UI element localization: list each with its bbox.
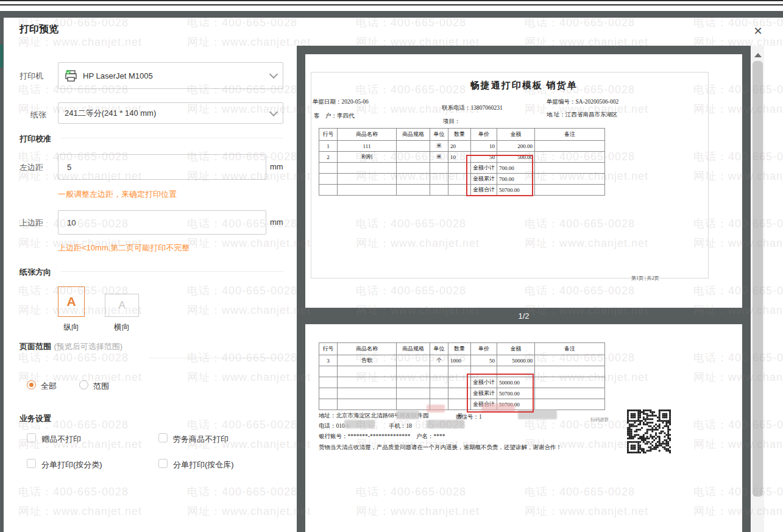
no-gift-checkbox[interactable] — [27, 433, 36, 442]
table-cell — [430, 388, 448, 399]
portrait-glyph: A — [66, 294, 76, 309]
scrollbar-up-arrow[interactable] — [754, 53, 762, 57]
table-cell — [319, 185, 338, 196]
table-row — [319, 366, 605, 377]
watermark-text: 网址：www.chanjet.net — [187, 370, 311, 385]
left-margin-hint: 一般调整左边距，来确定打印位置 — [58, 189, 177, 200]
table-col-header: 商品规格 — [397, 129, 430, 141]
table-cell — [397, 174, 430, 185]
top-margin-input[interactable] — [58, 210, 266, 235]
table-total-row: 金额小计50000.00 — [319, 377, 605, 388]
seller-address-line: 地址：北京市海淀区北清路68号用友软件园 号， — [319, 412, 469, 420]
table-col-header: 数量 — [448, 129, 471, 141]
watermark-text: 网址：www.chanjet.net — [187, 303, 311, 317]
print-preview-panel[interactable]: 畅捷通打印模板 销货单 单据日期：2020-05-06 客 户：李四代 联系电话… — [297, 46, 751, 532]
printer-icon — [65, 70, 78, 82]
window-top-border — [0, 0, 783, 1]
qr-code — [627, 410, 671, 453]
table-col-header: 单价 — [471, 343, 497, 355]
table-cell — [430, 366, 448, 377]
table-cell — [319, 399, 338, 410]
doc-address-field: 地 址：江西省南昌市东湖区 — [547, 111, 617, 119]
table-cell — [535, 174, 605, 185]
page1-footer: 第1页 | 共2页 — [631, 275, 659, 282]
table-cell — [535, 388, 605, 399]
top-margin-unit: mm — [270, 218, 283, 227]
page-range-section-title: 页面范围 — [19, 342, 51, 351]
table-cell — [319, 174, 338, 185]
doc-date-field: 单据日期：2020-05-06 — [313, 98, 369, 106]
scrollbar-thumb[interactable] — [753, 61, 763, 497]
table-cell — [535, 377, 605, 388]
table-cell: 50 — [471, 355, 497, 366]
split-by-warehouse-label: 分单打印(按仓库) — [173, 459, 234, 470]
background-accent-mark — [0, 44, 3, 68]
table-cell — [397, 366, 430, 377]
doc-table: 行号商品名称商品规格单位数量单价金额备注3告歌个10005050000.00金额… — [319, 342, 605, 410]
table-cell — [338, 377, 397, 388]
table-cell — [397, 141, 430, 152]
portrait-option[interactable]: A — [58, 286, 85, 317]
table-cell: 3 — [319, 355, 338, 366]
table-cell: 米 — [430, 152, 448, 163]
table-cell — [430, 163, 448, 174]
table-cell — [430, 377, 448, 388]
table-col-header: 行号 — [319, 129, 338, 141]
table-cell: 告歌 — [338, 355, 397, 366]
table-cell — [338, 366, 397, 377]
table-cell — [535, 355, 605, 366]
left-margin-input[interactable] — [58, 154, 266, 180]
table-total-row: 金额合计50700.00 — [319, 399, 605, 410]
dialog-title: 打印预览 — [19, 23, 58, 36]
table-col-header: 单位 — [430, 343, 448, 355]
table-cell — [338, 399, 397, 410]
table-cell — [535, 141, 605, 152]
table-col-header: 备注 — [535, 343, 605, 355]
close-icon[interactable]: ✕ — [751, 24, 765, 38]
bank-account-line: 银行账号：*******-************** 户名：**** — [319, 433, 445, 441]
doc-table: 行号商品名称商品规格单位数量单价金额备注1111米2010200.002刚刚米1… — [319, 128, 605, 196]
table-row: 1111米2010200.00 — [319, 141, 605, 152]
range-all-radio[interactable] — [27, 380, 36, 389]
paper-label: 纸张 — [30, 110, 46, 121]
no-service-label: 劳务商品不打印 — [173, 434, 229, 445]
split-by-warehouse-checkbox[interactable] — [158, 459, 168, 468]
table-cell: 个 — [430, 355, 448, 366]
table-cell: 2 — [319, 152, 338, 163]
section-divider — [149, 358, 283, 358]
table-cell: 50000.00 — [497, 355, 535, 366]
top-margin-hint: 上边距<10mm,第二页可能打印不完整 — [58, 243, 190, 254]
range-custom-radio[interactable] — [79, 380, 88, 389]
doc-customer-field: 客 户：李四代 — [314, 112, 355, 120]
table-col-header: 单位 — [430, 129, 448, 141]
printer-select[interactable]: HP LaserJet M1005 — [58, 62, 283, 89]
redaction-blur-pink — [427, 405, 445, 413]
page-indicator: 1/2 — [297, 308, 751, 324]
table-cell — [397, 399, 430, 410]
split-by-category-checkbox[interactable] — [27, 459, 36, 468]
no-service-checkbox[interactable] — [158, 433, 168, 442]
page-range-note: (预览后可选择范围) — [54, 342, 122, 351]
landscape-option[interactable]: A — [105, 294, 139, 317]
table-cell — [338, 174, 397, 185]
section-divider — [61, 271, 283, 272]
table-cell: 10 — [471, 141, 497, 152]
background-left-strip — [0, 11, 4, 532]
left-margin-label: 左边距 — [19, 162, 43, 173]
table-cell — [338, 388, 397, 399]
orientation-section-title: 纸张方向 — [19, 267, 51, 278]
table-cell — [535, 366, 605, 377]
table-cell — [535, 163, 605, 174]
paper-select[interactable]: 241二等分(241 * 140 mm) — [58, 102, 283, 124]
doc-phone-field: 联系电话：13807060231 — [442, 104, 503, 112]
table-cell — [397, 152, 430, 163]
table-header-row: 行号商品名称商品规格单位数量单价金额备注 — [319, 129, 605, 141]
table-total-row: 金额累计700.00 — [319, 174, 605, 185]
table-cell — [397, 355, 430, 366]
paper-size: 241二等分(241 * 140 mm) — [65, 108, 156, 119]
table-cell: 200.00 — [497, 141, 535, 152]
table-cell — [535, 152, 605, 163]
redaction-blur — [427, 420, 464, 428]
portrait-label: 纵向 — [58, 322, 85, 333]
doc-project-field: 项目： — [443, 118, 461, 126]
